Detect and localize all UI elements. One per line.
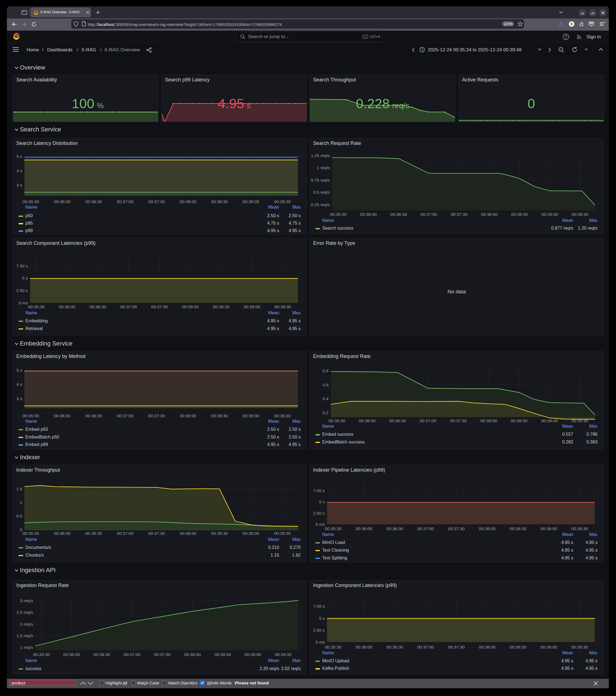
svg-text:00:36:00: 00:36:00 <box>360 212 377 217</box>
svg-text:3 s: 3 s <box>17 396 22 401</box>
svg-text:00:39:00: 00:39:00 <box>242 413 259 418</box>
svg-text:00:37:30: 00:37:30 <box>151 304 168 309</box>
svg-text:00:39:30: 00:39:30 <box>571 526 588 531</box>
svg-text:00:38:30: 00:38:30 <box>211 199 228 204</box>
svg-text:00:38:30: 00:38:30 <box>214 652 231 657</box>
svg-text:00:37:00: 00:37:00 <box>117 531 133 536</box>
svg-text:00:38:30: 00:38:30 <box>511 418 528 423</box>
svg-text:7.50 s: 7.50 s <box>313 488 325 493</box>
svg-text:00:36:00: 00:36:00 <box>54 531 71 536</box>
svg-text:2.50 s: 2.50 s <box>16 288 28 293</box>
svg-text:0.75 req/s: 0.75 req/s <box>311 178 330 183</box>
svg-text:2.5 req/s: 2.5 req/s <box>17 610 33 615</box>
svg-text:00:37:30: 00:37:30 <box>154 652 171 657</box>
svg-text:00:35:30: 00:35:30 <box>33 652 50 657</box>
svg-text:00:36:00: 00:36:00 <box>54 413 71 418</box>
svg-text:00:39:30: 00:39:30 <box>275 652 292 657</box>
svg-text:00:37:00: 00:37:00 <box>417 645 434 649</box>
svg-text:00:39:30: 00:39:30 <box>274 531 291 536</box>
svg-text:00:36:30: 00:36:30 <box>94 652 110 657</box>
svg-text:4 s: 4 s <box>17 382 22 386</box>
svg-text:00:38:00: 00:38:00 <box>479 645 496 649</box>
svg-text:00:37:00: 00:37:00 <box>124 652 141 657</box>
svg-text:00:38:00: 00:38:00 <box>180 413 196 418</box>
svg-text:00:35:30: 00:35:30 <box>325 645 341 649</box>
svg-text:00:37:30: 00:37:30 <box>448 645 465 649</box>
svg-text:00:36:30: 00:36:30 <box>85 531 102 536</box>
svg-text:00:39:30: 00:39:30 <box>275 304 291 309</box>
svg-text:00:37:30: 00:37:30 <box>148 199 165 204</box>
svg-text:00:36:30: 00:36:30 <box>90 304 107 309</box>
svg-text:00:36:00: 00:36:00 <box>356 526 372 531</box>
svg-text:0 ms: 0 ms <box>315 522 325 526</box>
svg-text:00:38:00: 00:38:00 <box>184 652 201 657</box>
svg-text:00:38:00: 00:38:00 <box>180 531 196 536</box>
svg-text:00:37:30: 00:37:30 <box>148 531 165 536</box>
svg-text:00:36:00: 00:36:00 <box>359 418 376 423</box>
svg-text:0.4: 0.4 <box>323 396 328 401</box>
svg-text:1.5 req/s: 1.5 req/s <box>17 633 33 638</box>
svg-text:0: 0 <box>20 527 22 532</box>
svg-text:00:36:00: 00:36:00 <box>54 199 71 204</box>
svg-text:00:39:00: 00:39:00 <box>245 652 261 657</box>
svg-text:00:38:30: 00:38:30 <box>511 212 528 217</box>
svg-text:00:39:30: 00:39:30 <box>571 645 588 649</box>
svg-text:00:36:30: 00:36:30 <box>85 199 102 204</box>
svg-text:7.50 s: 7.50 s <box>16 264 28 268</box>
svg-text:5 s: 5 s <box>22 276 28 280</box>
svg-text:00:37:30: 00:37:30 <box>448 526 465 531</box>
svg-text:00:38:30: 00:38:30 <box>510 526 526 531</box>
svg-text:3 s: 3 s <box>17 183 22 187</box>
svg-text:00:39:30: 00:39:30 <box>274 199 291 204</box>
svg-text:00:35:30: 00:35:30 <box>22 199 39 204</box>
svg-text:5 s: 5 s <box>17 368 22 373</box>
svg-text:3 req/s: 3 req/s <box>20 598 33 603</box>
svg-text:00:36:00: 00:36:00 <box>356 645 372 649</box>
svg-text:00:35:30: 00:35:30 <box>22 531 39 536</box>
svg-text:00:39:30: 00:39:30 <box>274 413 291 418</box>
svg-text:00:35:30: 00:35:30 <box>22 413 39 418</box>
svg-text:2.50 s: 2.50 s <box>313 628 325 633</box>
svg-text:00:36:30: 00:36:30 <box>85 413 102 418</box>
svg-text:00:36:30: 00:36:30 <box>390 212 407 217</box>
svg-text:0 ms: 0 ms <box>315 640 325 644</box>
svg-text:00:38:30: 00:38:30 <box>211 531 228 536</box>
svg-text:0.5 req/s: 0.5 req/s <box>313 190 330 194</box>
svg-text:5 s: 5 s <box>319 616 325 621</box>
svg-text:00:38:00: 00:38:00 <box>182 304 199 309</box>
svg-text:00:36:30: 00:36:30 <box>389 418 406 423</box>
svg-text:00:39:00: 00:39:00 <box>540 645 557 649</box>
svg-text:00:39:00: 00:39:00 <box>244 304 260 309</box>
svg-text:00:37:00: 00:37:00 <box>420 212 437 217</box>
svg-text:5 s: 5 s <box>319 500 325 504</box>
svg-text:00:35:30: 00:35:30 <box>325 526 341 531</box>
svg-text:00:37:00: 00:37:00 <box>117 199 133 204</box>
svg-text:00:38:30: 00:38:30 <box>213 304 229 309</box>
svg-text:1 req/s: 1 req/s <box>20 645 33 650</box>
svg-text:0.25 req/s: 0.25 req/s <box>311 202 330 207</box>
svg-text:0.8: 0.8 <box>323 368 328 373</box>
svg-text:00:37:00: 00:37:00 <box>417 526 434 531</box>
svg-text:00:38:00: 00:38:00 <box>180 199 196 204</box>
svg-text:00:39:30: 00:39:30 <box>571 212 588 217</box>
svg-text:1.25 req/s: 1.25 req/s <box>311 153 330 158</box>
svg-text:00:39:30: 00:39:30 <box>571 418 588 423</box>
svg-text:00:39:00: 00:39:00 <box>540 526 557 531</box>
svg-text:00:37:30: 00:37:30 <box>148 413 165 418</box>
svg-text:00:38:00: 00:38:00 <box>480 418 497 423</box>
svg-text:00:37:00: 00:37:00 <box>117 413 133 418</box>
svg-text:00:35:30: 00:35:30 <box>330 212 347 217</box>
svg-text:00:37:30: 00:37:30 <box>451 212 468 217</box>
svg-text:0.5: 0.5 <box>16 513 22 518</box>
svg-text:1: 1 <box>20 500 22 505</box>
svg-text:00:37:30: 00:37:30 <box>450 418 467 423</box>
svg-text:00:38:30: 00:38:30 <box>211 413 228 418</box>
svg-text:4 s: 4 s <box>17 168 22 173</box>
svg-text:00:38:00: 00:38:00 <box>481 212 498 217</box>
svg-text:00:36:00: 00:36:00 <box>59 304 76 309</box>
svg-text:00:36:00: 00:36:00 <box>63 652 80 657</box>
svg-text:00:38:30: 00:38:30 <box>510 645 526 649</box>
svg-text:00:38:00: 00:38:00 <box>479 526 496 531</box>
svg-text:00:35:30: 00:35:30 <box>328 418 345 423</box>
svg-text:00:35:30: 00:35:30 <box>28 304 45 309</box>
